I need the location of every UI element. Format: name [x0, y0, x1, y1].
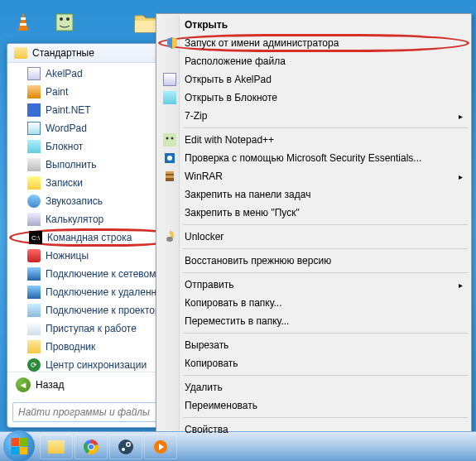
- context-item[interactable]: Edit with Notepad++: [158, 131, 469, 149]
- svg-rect-13: [166, 175, 174, 178]
- folder-icon: [14, 47, 27, 59]
- start-item-label: Калькулятор: [46, 214, 103, 225]
- context-item-label: Переместить в папку...: [185, 315, 289, 327]
- context-item[interactable]: Копировать: [158, 354, 469, 372]
- svg-point-22: [122, 448, 125, 451]
- context-item-label: Копировать: [185, 358, 238, 369]
- context-item[interactable]: Свойства: [158, 420, 469, 439]
- start-item-label: Выполнить: [46, 159, 97, 170]
- context-item[interactable]: Переименовать: [158, 396, 469, 415]
- svg-rect-1: [21, 17, 26, 20]
- paintnet-icon: [27, 103, 41, 117]
- sticky-notes-icon: [27, 176, 41, 190]
- context-item[interactable]: Отправить▸: [158, 276, 469, 294]
- context-item[interactable]: Расположение файла: [158, 52, 469, 70]
- back-label: Назад: [36, 379, 64, 391]
- start-item-label: Проводник: [46, 341, 95, 353]
- search-input[interactable]: [18, 406, 165, 418]
- submenu-arrow-icon: ▸: [459, 281, 463, 290]
- wordpad-icon: [27, 122, 41, 135]
- context-item-label: Unlocker: [185, 231, 224, 243]
- context-separator: [183, 333, 468, 334]
- explorer-icon: [48, 440, 65, 454]
- context-item-label: Запуск от имени администратора: [185, 37, 339, 49]
- winrar-icon: [163, 170, 176, 183]
- svg-point-8: [171, 137, 174, 140]
- svg-point-5: [66, 17, 70, 21]
- vlc-icon[interactable]: [7, 2, 40, 43]
- chrome-icon: [83, 439, 99, 455]
- context-item-label: Вырезать: [185, 339, 228, 351]
- projector-icon: [27, 304, 41, 317]
- context-item[interactable]: Удалить: [158, 378, 469, 396]
- context-item[interactable]: WinRAR▸: [158, 167, 469, 185]
- start-item-label: Центр синхронизации: [46, 359, 147, 371]
- start-item-label: Подключение к удаленно: [46, 286, 162, 298]
- context-item[interactable]: Открыть в Блокноте: [158, 89, 469, 107]
- context-item[interactable]: Восстановить прежнюю версию: [158, 252, 469, 270]
- notepad-icon: [163, 91, 176, 104]
- shield-icon: [166, 36, 179, 50]
- start-item-label: Подключение к проектор: [46, 305, 161, 316]
- context-item[interactable]: Unlocker: [158, 228, 469, 246]
- context-separator: [183, 417, 468, 418]
- context-item[interactable]: Переместить в папку...: [158, 312, 469, 330]
- taskbar-chrome-button[interactable]: [75, 435, 108, 459]
- desktop-icons: [0, 0, 171, 45]
- context-item-label: Открыть в AkelPad: [185, 74, 272, 85]
- start-item-label: Ножницы: [46, 250, 89, 262]
- context-item-label: Восстановить прежнюю версию: [185, 255, 331, 267]
- context-item[interactable]: 7-Zip▸: [158, 107, 469, 125]
- sound-recorder-icon: [27, 194, 41, 208]
- cmd-icon: C:\: [29, 231, 42, 244]
- context-separator: [183, 127, 468, 128]
- start-item-label: Подключение к сетевому: [46, 268, 161, 280]
- context-item[interactable]: Открыть: [158, 16, 469, 34]
- svg-rect-2: [20, 23, 26, 26]
- start-button[interactable]: [3, 430, 35, 462]
- explorer-icon: [27, 340, 41, 353]
- svg-rect-6: [163, 133, 176, 146]
- start-item-label: Записки: [46, 177, 83, 189]
- getting-started-icon: [27, 322, 41, 335]
- back-arrow-icon: ◄: [16, 377, 31, 392]
- context-item-label: Открыть в Блокноте: [185, 92, 277, 103]
- context-item-label: Проверка с помощью Microsoft Security Es…: [185, 152, 421, 164]
- context-item-label: Расположение файла: [185, 55, 286, 67]
- snipping-tool-icon: [27, 249, 41, 262]
- start-item-label: Звукозапись: [46, 195, 103, 207]
- start-item-label: Paint.NET: [46, 104, 91, 116]
- context-item[interactable]: Проверка с помощью Microsoft Security Es…: [158, 149, 469, 167]
- context-item-label: Edit with Notepad++: [185, 134, 274, 146]
- context-item[interactable]: Открыть в AkelPad: [158, 70, 469, 89]
- steam-icon: [118, 439, 134, 455]
- context-item-label: Удалить: [185, 382, 223, 393]
- context-item-label: Закрепить в меню "Пуск": [185, 207, 300, 218]
- context-item-label: WinRAR: [185, 170, 223, 182]
- context-item[interactable]: Копировать в папку...: [158, 294, 469, 312]
- network-projector-icon: [27, 267, 41, 281]
- run-icon: [27, 158, 41, 171]
- akelpad-icon: [163, 73, 176, 86]
- taskbar-steam-button[interactable]: [109, 435, 142, 459]
- context-item-label: 7-Zip: [185, 110, 207, 122]
- start-item-label: Командная строка: [47, 232, 132, 243]
- context-item-label: Закрепить на панели задач: [185, 189, 310, 200]
- svg-point-7: [166, 137, 169, 140]
- context-item[interactable]: Закрепить на панели задач: [158, 185, 469, 204]
- context-separator: [183, 248, 468, 249]
- context-separator: [183, 375, 468, 376]
- context-item[interactable]: Запуск от имени администратора: [158, 34, 469, 52]
- windows-logo-icon: [11, 437, 27, 454]
- context-item-label: Свойства: [185, 424, 228, 435]
- svg-marker-0: [18, 12, 28, 31]
- context-item[interactable]: Вырезать: [158, 336, 469, 354]
- notepadpp-desktop-icon[interactable]: [48, 2, 81, 43]
- svg-rect-3: [56, 14, 73, 31]
- taskbar-explorer-button[interactable]: [40, 435, 73, 459]
- submenu-arrow-icon: ▸: [459, 172, 463, 181]
- context-menu: ОткрытьЗапуск от имени администратораРас…: [156, 13, 472, 441]
- svg-point-19: [118, 439, 133, 454]
- context-item[interactable]: Закрепить в меню "Пуск": [158, 204, 469, 222]
- paint-icon: [27, 85, 41, 98]
